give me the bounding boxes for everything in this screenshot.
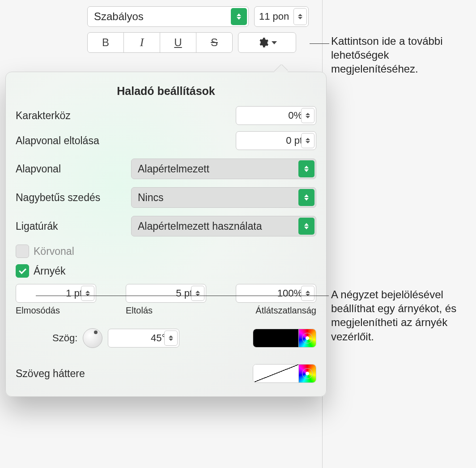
- bold-button[interactable]: B: [88, 33, 124, 52]
- bold-icon: B: [102, 36, 109, 49]
- callout-gear: Kattintson ide a további lehetőségek meg…: [331, 34, 470, 76]
- baseline-value: Alapértelmezett: [138, 163, 209, 175]
- font-size-field[interactable]: 11 pon: [254, 6, 309, 27]
- shadow-angle-label: Szög:: [52, 332, 77, 344]
- shadow-opacity-stepper[interactable]: 100%: [236, 284, 316, 303]
- capitalization-label: Nagybetűs szedés: [16, 192, 100, 204]
- stepper-arrows-icon[interactable]: [301, 108, 314, 123]
- shadow-checkbox[interactable]: [16, 264, 29, 278]
- checkmark-icon: [19, 267, 26, 275]
- baseline-shift-label: Alapvonal eltolása: [16, 135, 99, 147]
- text-background-swatch[interactable]: [253, 365, 298, 382]
- shadow-offset-stepper[interactable]: 5 pt: [126, 284, 206, 303]
- popover-title: Haladó beállítások: [16, 85, 316, 98]
- shadow-color-swatch[interactable]: [253, 329, 298, 347]
- baseline-label: Alapvonal: [16, 163, 61, 175]
- outline-checkbox[interactable]: [16, 245, 29, 258]
- gear-icon: [257, 37, 269, 48]
- callout-line: [36, 296, 329, 296]
- character-spacing-label: Karakterköz: [16, 110, 71, 122]
- shadow-blur-value: 1 pt: [66, 288, 82, 299]
- text-background-label: Szöveg háttere: [16, 368, 85, 380]
- strikethrough-icon: S: [211, 36, 218, 49]
- angle-indicator: [94, 331, 98, 334]
- dropdown-arrows-icon: [298, 218, 314, 235]
- underline-icon: U: [174, 36, 182, 49]
- advanced-options-button[interactable]: [238, 32, 296, 53]
- text-background-color-well[interactable]: [253, 364, 316, 383]
- popover-arrow: [274, 64, 288, 72]
- italic-icon: I: [140, 36, 144, 49]
- underline-button[interactable]: U: [160, 33, 196, 52]
- ligatures-label: Ligatúrák: [16, 220, 58, 232]
- capitalization-select[interactable]: Nincs: [131, 187, 316, 208]
- color-picker-icon[interactable]: [298, 365, 316, 382]
- stepper-arrows-icon[interactable]: [293, 8, 307, 25]
- format-sidebar: Szabályos 11 pon B I U S: [0, 0, 323, 468]
- shadow-blur-label: Elmosódás: [16, 305, 96, 316]
- character-spacing-value: 0%: [288, 110, 302, 121]
- shadow-offset-label: Eltolás: [126, 305, 206, 316]
- shadow-opacity-label: Átlátszatlanság: [236, 305, 316, 316]
- stepper-arrows-icon[interactable]: [81, 286, 94, 301]
- stepper-arrows-icon[interactable]: [164, 331, 178, 346]
- advanced-options-popover: Haladó beállítások Karakterköz 0% Alapvo…: [5, 72, 327, 397]
- shadow-opacity-value: 100%: [277, 288, 302, 299]
- callout-line: [310, 43, 329, 44]
- color-picker-icon[interactable]: [298, 329, 316, 347]
- font-toolbar: Szabályos 11 pon B I U S: [87, 6, 309, 53]
- chevron-down-icon: [272, 41, 277, 44]
- stepper-arrows-icon[interactable]: [301, 133, 314, 148]
- font-style-value: Szabályos: [94, 10, 144, 23]
- baseline-shift-value: 0 pt: [286, 135, 302, 146]
- shadow-angle-value: 45°: [151, 332, 166, 344]
- italic-button[interactable]: I: [124, 33, 160, 52]
- text-style-segmented: B I U S: [87, 32, 233, 53]
- stepper-arrows-icon[interactable]: [301, 286, 314, 301]
- callout-shadow: A négyzet bejelölésével beállíthat egy á…: [331, 288, 474, 343]
- ligatures-select[interactable]: Alapértelmezett használata: [131, 216, 316, 236]
- shadow-angle-dial[interactable]: [83, 328, 102, 348]
- strikethrough-button[interactable]: S: [196, 33, 232, 52]
- capitalization-value: Nincs: [138, 192, 164, 204]
- shadow-blur-stepper[interactable]: 1 pt: [16, 284, 96, 303]
- shadow-offset-value: 5 pt: [176, 288, 192, 299]
- shadow-angle-stepper[interactable]: 45°: [108, 329, 179, 348]
- character-spacing-stepper[interactable]: 0%: [236, 106, 316, 125]
- ligatures-value: Alapértelmezett használata: [138, 220, 262, 232]
- dropdown-arrows-icon: [231, 8, 247, 25]
- baseline-shift-stepper[interactable]: 0 pt: [236, 131, 316, 150]
- dropdown-arrows-icon: [298, 189, 314, 206]
- dropdown-arrows-icon: [298, 160, 314, 177]
- shadow-label: Árnyék: [34, 265, 66, 277]
- outline-label: Körvonal: [34, 245, 74, 258]
- font-style-select[interactable]: Szabályos: [87, 6, 249, 27]
- shadow-color-well[interactable]: [253, 329, 316, 348]
- baseline-select[interactable]: Alapértelmezett: [131, 159, 316, 179]
- font-size-value: 11 pon: [259, 11, 289, 22]
- stepper-arrows-icon[interactable]: [191, 286, 204, 301]
